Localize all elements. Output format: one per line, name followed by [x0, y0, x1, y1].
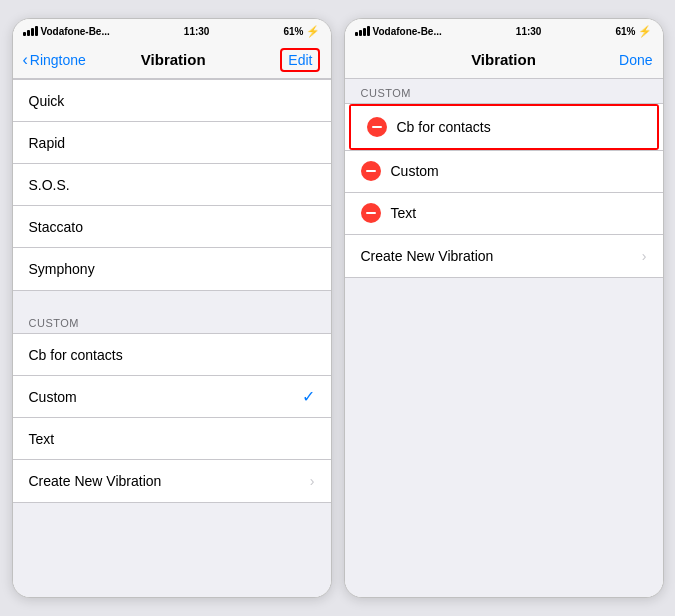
battery-icon-left: ⚡ — [306, 25, 320, 38]
carrier-left: Vodafone-Be... — [41, 26, 110, 37]
table-row[interactable]: Cb for contacts — [13, 334, 331, 376]
signal-icon — [23, 26, 38, 36]
table-row-custom[interactable]: Custom — [345, 151, 663, 193]
row-label: Staccato — [29, 219, 315, 235]
row-label: Cb for contacts — [29, 347, 315, 363]
section-header-custom-right: CUSTOM — [345, 79, 663, 103]
nav-bar-right: Vibration Done — [345, 41, 663, 79]
row-label: S.O.S. — [29, 177, 315, 193]
row-label: Quick — [29, 93, 315, 109]
table-row-create[interactable]: Create New Vibration › — [345, 235, 663, 277]
table-group-standard: Quick Rapid S.O.S. Staccato Symphony — [13, 79, 331, 291]
table-row[interactable]: Text — [13, 418, 331, 460]
table-row[interactable]: Staccato — [13, 206, 331, 248]
bottom-spacer — [13, 503, 331, 521]
delete-icon-custom[interactable] — [361, 161, 381, 181]
time-right: 11:30 — [516, 26, 542, 37]
chevron-right-icon-create: › — [642, 248, 647, 264]
content-right: CUSTOM Cb for contacts Custom Text — [345, 79, 663, 597]
table-row[interactable]: Quick — [13, 80, 331, 122]
row-label-custom: Custom — [391, 163, 647, 179]
status-right-right: 61% ⚡ — [615, 25, 652, 38]
table-row[interactable]: Custom ✓ — [13, 376, 331, 418]
back-button-left[interactable]: ‹ Ringtone — [23, 51, 86, 69]
signal-icon-right — [355, 26, 370, 36]
row-label: Text — [29, 431, 315, 447]
nav-bar-left: ‹ Ringtone Vibration Edit — [13, 41, 331, 79]
table-group-custom-right: Cb for contacts Custom Text Create New V… — [345, 103, 663, 278]
status-left-right: Vodafone-Be... — [355, 26, 442, 37]
row-label-cb: Cb for contacts — [397, 119, 641, 135]
row-label: Symphony — [29, 261, 315, 277]
back-label-left: Ringtone — [30, 52, 86, 68]
row-label-text: Text — [391, 205, 647, 221]
section-header-custom: CUSTOM — [13, 309, 331, 333]
nav-title-right: Vibration — [471, 51, 536, 68]
section-custom: CUSTOM Cb for contacts Custom ✓ Text Cre… — [13, 309, 331, 503]
section-custom-right: CUSTOM Cb for contacts Custom Text — [345, 79, 663, 278]
table-row[interactable]: Symphony — [13, 248, 331, 290]
battery-percent-right: 61% — [615, 26, 635, 37]
table-row[interactable]: Create New Vibration › — [13, 460, 331, 502]
time-left: 11:30 — [184, 26, 210, 37]
edit-button-left[interactable]: Edit — [280, 48, 320, 72]
status-right-left: 61% ⚡ — [283, 25, 320, 38]
table-row-cb[interactable]: Cb for contacts — [351, 106, 657, 148]
done-button-right[interactable]: Done — [592, 52, 652, 68]
table-group-custom: Cb for contacts Custom ✓ Text Create New… — [13, 333, 331, 503]
chevron-left-icon: ‹ — [23, 51, 28, 69]
table-row[interactable]: S.O.S. — [13, 164, 331, 206]
checkmark-icon: ✓ — [302, 387, 315, 406]
battery-icon-right: ⚡ — [638, 25, 652, 38]
nav-title-left: Vibration — [141, 51, 206, 68]
section-standard: Quick Rapid S.O.S. Staccato Symphony — [13, 79, 331, 291]
status-left: Vodafone-Be... — [23, 26, 110, 37]
status-bar-right: Vodafone-Be... 11:30 61% ⚡ — [345, 19, 663, 41]
carrier-right: Vodafone-Be... — [373, 26, 442, 37]
row-label: Custom — [29, 389, 302, 405]
row-label-create: Create New Vibration — [361, 248, 642, 264]
outlined-row-cb: Cb for contacts — [349, 104, 659, 150]
row-label: Rapid — [29, 135, 315, 151]
chevron-right-icon: › — [310, 473, 315, 489]
battery-percent-left: 61% — [283, 26, 303, 37]
row-label: Create New Vibration — [29, 473, 310, 489]
delete-icon-cb[interactable] — [367, 117, 387, 137]
table-row-text[interactable]: Text — [345, 193, 663, 235]
left-phone: Vodafone-Be... 11:30 61% ⚡ ‹ Ringtone Vi… — [12, 18, 332, 598]
section-spacer — [13, 291, 331, 309]
table-row[interactable]: Rapid — [13, 122, 331, 164]
right-phone: Vodafone-Be... 11:30 61% ⚡ Vibration Don… — [344, 18, 664, 598]
status-bar-left: Vodafone-Be... 11:30 61% ⚡ — [13, 19, 331, 41]
delete-icon-text[interactable] — [361, 203, 381, 223]
content-left: Quick Rapid S.O.S. Staccato Symphony CUS… — [13, 79, 331, 597]
